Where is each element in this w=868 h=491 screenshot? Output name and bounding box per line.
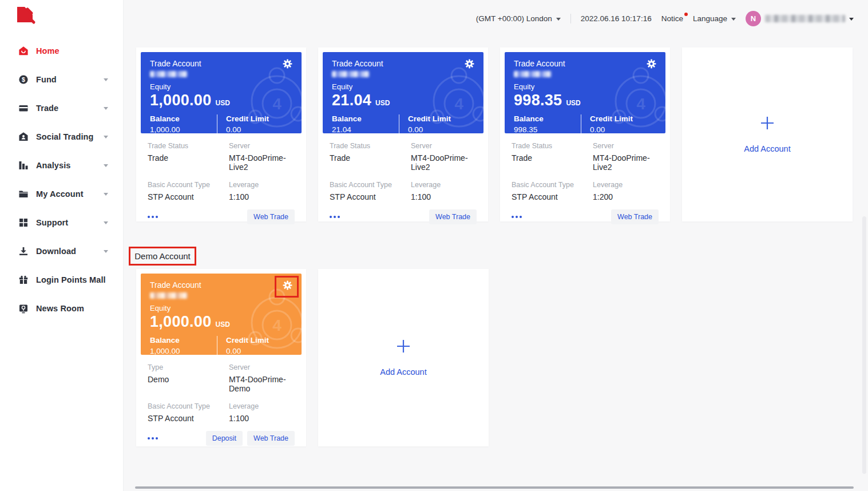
- sidebar-item-label: Login Points Mall: [36, 275, 106, 284]
- detail-label: Server: [229, 142, 295, 150]
- datetime-display: 2022.06.16 10:17:16: [581, 14, 652, 23]
- language-label: Language: [693, 14, 727, 23]
- account-summary-panel: Trade Account Equity 998.35 USD Balance …: [505, 52, 665, 133]
- social-trading-icon: [18, 132, 29, 142]
- detail-value: MT4-DooPrime-Live2: [593, 153, 659, 172]
- equity-value: 21.04: [332, 92, 371, 109]
- timezone-selector[interactable]: (GMT +00:00) London: [476, 14, 561, 23]
- datetime-label: 2022.06.16 10:17:16: [581, 14, 652, 23]
- sidebar-nav: Home $ Fund Trade Social Trading: [0, 37, 123, 323]
- chevron-down-icon: [104, 107, 108, 110]
- credit-limit-label: Credit Limit: [226, 336, 292, 345]
- demo-account-heading-annotation: Demo Account: [129, 247, 196, 266]
- web-trade-button[interactable]: Web Trade: [247, 209, 295, 224]
- avatar: N: [746, 11, 761, 26]
- detail-value: MT4-DooPrime-Live2: [411, 153, 477, 172]
- account-number-redacted: [332, 71, 370, 77]
- deposit-button[interactable]: Deposit: [206, 431, 243, 446]
- add-account-card[interactable]: Add Account: [682, 47, 853, 221]
- add-account-card[interactable]: Add Account: [318, 269, 489, 446]
- fund-icon: $: [18, 74, 29, 85]
- chevron-down-icon: [104, 78, 108, 81]
- more-options-icon[interactable]: [148, 437, 150, 439]
- detail-value: STP Account: [148, 414, 229, 423]
- horizontal-scrollbar[interactable]: [135, 486, 854, 489]
- detail-label: Leverage: [593, 181, 659, 189]
- chevron-down-icon: [556, 18, 561, 21]
- sidebar-item-label: Home: [36, 46, 60, 56]
- doo-prime-logo: [17, 7, 39, 32]
- gear-icon[interactable]: [283, 280, 292, 290]
- balance-value: 1,000.00: [150, 347, 217, 355]
- detail-label: Server: [229, 363, 295, 371]
- balance-value: 21.04: [332, 125, 399, 133]
- vertical-scrollbar[interactable]: [862, 216, 866, 474]
- sidebar-item-label: Fund: [36, 75, 57, 84]
- sidebar-item-login-points-mall[interactable]: Login Points Mall: [0, 266, 123, 294]
- balance-value: 998.35: [514, 125, 581, 133]
- more-options-icon[interactable]: [330, 216, 332, 218]
- sidebar-item-label: Social Trading: [36, 132, 94, 141]
- balance-label: Balance: [150, 114, 217, 123]
- language-selector[interactable]: Language: [693, 14, 736, 23]
- sidebar-item-label: Download: [36, 247, 76, 256]
- sidebar-item-social-trading[interactable]: Social Trading: [0, 122, 123, 151]
- detail-value: Trade: [330, 153, 411, 163]
- account-number-redacted: [150, 292, 188, 299]
- sidebar-item-analysis[interactable]: Analysis: [0, 151, 123, 180]
- account-number-redacted: [514, 71, 552, 77]
- more-options-icon[interactable]: [512, 216, 514, 218]
- gear-icon[interactable]: [465, 59, 474, 69]
- sidebar-item-label: Support: [36, 218, 68, 227]
- account-summary-panel: Trade Account Equity 21.04 USD Balance 2…: [323, 52, 483, 133]
- chevron-down-icon: [731, 18, 736, 21]
- sidebar-item-my-account[interactable]: My Account: [0, 180, 123, 208]
- detail-value: MT4-DooPrime-Live2: [229, 153, 295, 172]
- topbar: (GMT +00:00) London 2022.06.16 10:17:16 …: [124, 0, 868, 37]
- chevron-down-icon: [104, 164, 108, 167]
- chevron-down-icon: [104, 221, 108, 224]
- equity-label: Equity: [150, 304, 292, 312]
- detail-value: Trade: [512, 153, 593, 163]
- detail-value: MT4-DooPrime-Demo: [229, 375, 295, 393]
- add-account-label: Add Account: [380, 367, 426, 377]
- gear-icon[interactable]: [283, 59, 292, 69]
- trade-account-card: Trade Account Equity 21.04 USD Balance 2…: [318, 47, 488, 221]
- sidebar-item-download[interactable]: Download: [0, 237, 123, 266]
- notice-button[interactable]: Notice: [661, 14, 683, 23]
- sidebar-item-trade[interactable]: Trade: [0, 94, 123, 122]
- download-icon: [18, 246, 29, 256]
- more-options-icon[interactable]: [148, 216, 150, 218]
- sidebar-item-home[interactable]: Home: [0, 37, 123, 65]
- demo-account-card: Trade Account Equity 1,000.00 USD Balanc…: [136, 269, 306, 446]
- gear-icon[interactable]: [647, 59, 656, 69]
- web-trade-button[interactable]: Web Trade: [611, 209, 659, 224]
- support-icon: [18, 217, 29, 228]
- trade-account-card: Trade Account Equity 998.35 USD Balance …: [500, 47, 670, 221]
- detail-value: Trade: [148, 153, 229, 163]
- detail-value: STP Account: [330, 192, 411, 201]
- equity-label: Equity: [332, 82, 474, 91]
- user-menu[interactable]: N: [746, 11, 854, 26]
- detail-label: Leverage: [229, 402, 295, 410]
- detail-label: Trade Status: [148, 142, 229, 150]
- credit-limit-value: 0.00: [590, 125, 656, 133]
- svg-text:$: $: [22, 76, 25, 83]
- sidebar-item-news-room[interactable]: News Room: [0, 294, 123, 323]
- currency-label: USD: [566, 99, 580, 107]
- sidebar-item-support[interactable]: Support: [0, 208, 123, 237]
- web-trade-button[interactable]: Web Trade: [429, 209, 477, 224]
- username-redacted: [765, 15, 845, 22]
- equity-value: 998.35: [514, 92, 562, 109]
- detail-value: 1:100: [229, 192, 295, 201]
- detail-label: Server: [411, 142, 477, 150]
- notification-dot: [684, 13, 688, 16]
- credit-limit-value: 0.00: [226, 125, 292, 133]
- chevron-down-icon: [104, 136, 108, 138]
- detail-label: Server: [593, 142, 659, 150]
- detail-value: Demo: [148, 375, 229, 384]
- web-trade-button[interactable]: Web Trade: [247, 431, 295, 446]
- sidebar-item-fund[interactable]: $ Fund: [0, 65, 123, 94]
- card-title: Trade Account: [150, 280, 201, 290]
- currency-label: USD: [216, 320, 230, 328]
